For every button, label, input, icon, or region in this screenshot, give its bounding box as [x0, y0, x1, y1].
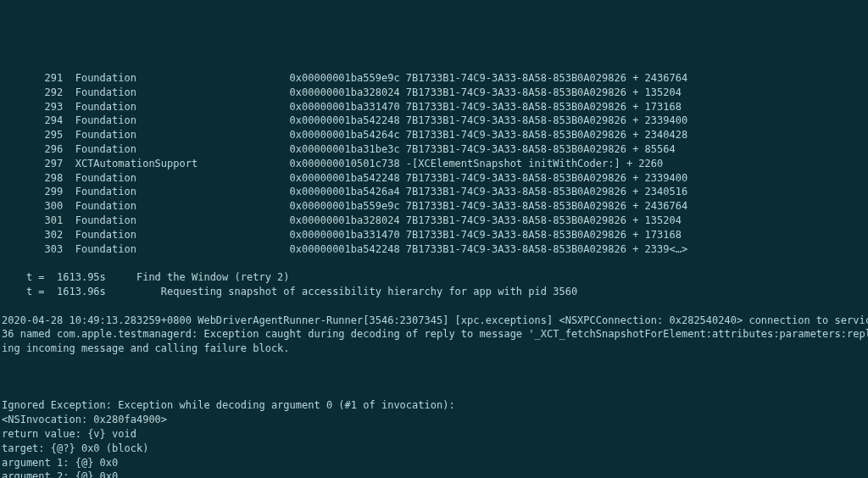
stack-frame: 303 Foundation 0x00000001ba542248 7B1733…: [2, 242, 866, 257]
terminal-output: 291 Foundation 0x00000001ba559e9c 7B1733…: [0, 57, 868, 478]
stack-frame: 298 Foundation 0x00000001ba542248 7B1733…: [2, 171, 866, 186]
stack-frame: 292 Foundation 0x00000001ba328024 7B1733…: [2, 86, 866, 100]
stack-frame: 301 Foundation 0x00000001ba328024 7B1733…: [2, 214, 866, 228]
stack-frame: 297 XCTAutomationSupport 0x000000010501c…: [2, 157, 866, 171]
exception-detail-line: argument 2: {@} 0x0: [2, 470, 866, 478]
stack-frame: 293 Foundation 0x00000001ba331470 7B1733…: [2, 100, 866, 114]
stack-frame: 302 Foundation 0x00000001ba331470 7B1733…: [2, 228, 866, 242]
log-line: 2020-04-28 10:49:13.283259+0800 WebDrive…: [2, 314, 866, 328]
timing-line: t = 1613.95s Find the Window (retry 2): [2, 270, 866, 285]
exception-detail-line: Ignored Exception: Exception while decod…: [2, 398, 866, 413]
exception-detail-line: return value: {v} void: [2, 427, 866, 442]
exception-detail-line: argument 1: {@} 0x0: [2, 456, 866, 470]
stack-frame: 300 Foundation 0x00000001ba559e9c 7B1733…: [2, 199, 866, 214]
stack-frame: 296 Foundation 0x00000001ba31be3c 7B1733…: [2, 142, 866, 157]
stack-frame: 294 Foundation 0x00000001ba542248 7B1733…: [2, 114, 866, 128]
stack-frame: 299 Foundation 0x00000001ba5426a4 7B1733…: [2, 185, 866, 199]
exception-detail-line: <NSInvocation: 0x280fa4900>: [2, 413, 866, 427]
timing-line: t = 1613.96s Requesting snapshot of acce…: [2, 285, 866, 299]
exception-detail-line: target: {@?} 0x0 (block): [2, 442, 866, 456]
stack-frame: 295 Foundation 0x00000001ba54264c 7B1733…: [2, 128, 866, 142]
log-line: 36 named com.apple.testmanagerd: Excepti…: [2, 327, 866, 342]
stack-frame: 291 Foundation 0x00000001ba559e9c 7B1733…: [2, 71, 866, 86]
log-line: ing incoming message and calling failure…: [2, 342, 866, 356]
